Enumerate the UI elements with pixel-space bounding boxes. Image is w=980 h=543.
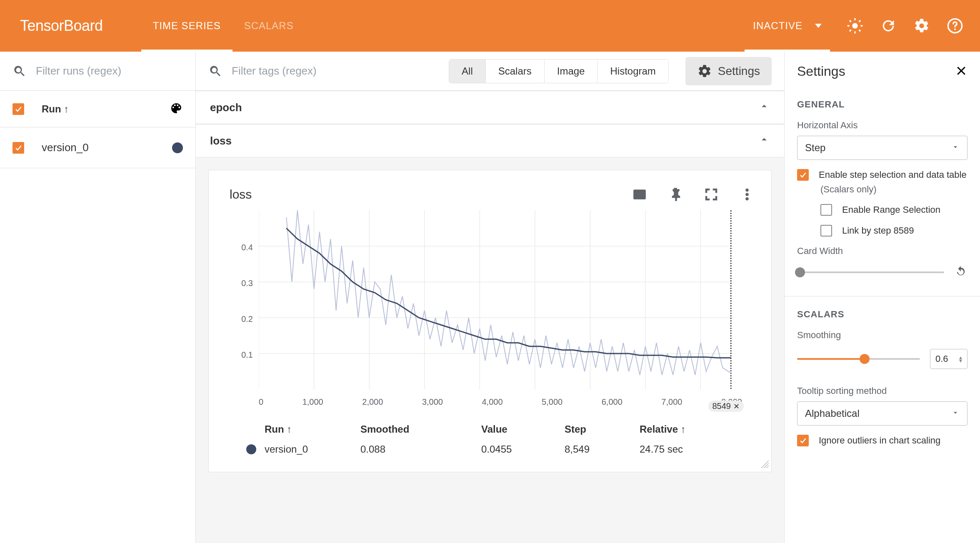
svg-point-0 — [852, 23, 858, 28]
h-axis-value: Step — [805, 142, 825, 154]
fullscreen-icon[interactable] — [704, 187, 719, 202]
smoothing-value: 0.6 — [935, 354, 948, 364]
col-relative[interactable]: Relative ↑ — [640, 423, 715, 435]
svg-point-13 — [746, 189, 748, 192]
table-row: version_0 0.088 0.0455 8,549 24.75 sec — [246, 439, 759, 459]
h-axis-label: Horizontal Axis — [797, 120, 968, 131]
gear-icon — [697, 64, 712, 79]
logo: TensorBoard — [20, 17, 103, 35]
tooltip-select[interactable]: Alphabetical — [797, 401, 968, 426]
x-axis-ticks: 01,0002,0003,0004,0005,0006,0007,0008,00… — [259, 391, 742, 407]
svg-line-7 — [850, 30, 851, 32]
seg-image[interactable]: Image — [545, 60, 598, 83]
run-header-label[interactable]: Run ↑ — [42, 103, 69, 115]
main-toolbar: All Scalars Image Histogram Settings — [196, 52, 784, 91]
tab-time-series[interactable]: TIME SERIES — [141, 0, 232, 52]
more-icon[interactable] — [740, 187, 755, 202]
card-width-slider[interactable] — [797, 272, 944, 273]
col-value[interactable]: Value — [481, 423, 565, 435]
cb-enable-range-label: Enable Range Selection — [842, 204, 940, 215]
h-axis-select[interactable]: Step — [797, 136, 968, 160]
col-step[interactable]: Step — [565, 423, 640, 435]
col-run[interactable]: Run ↑ — [265, 423, 360, 435]
settings-panel: Settings GENERAL Horizontal Axis Step En… — [784, 52, 980, 543]
nav-tabs: TIME SERIES SCALARS — [141, 0, 305, 52]
filter-runs-input[interactable] — [35, 64, 183, 78]
cell-smoothed: 0.088 — [360, 443, 481, 455]
fit-icon[interactable] — [632, 187, 647, 202]
settings-button[interactable]: Settings — [685, 57, 772, 85]
brightness-icon[interactable] — [847, 17, 863, 34]
svg-point-15 — [746, 198, 748, 200]
smoothing-row: 0.6 ▴▾ — [797, 349, 968, 369]
section-epoch-title: epoch — [210, 101, 242, 114]
cb-ignore-outliers[interactable] — [797, 435, 809, 446]
close-icon[interactable] — [955, 65, 968, 78]
scalars-subhead: SCALARS — [797, 309, 968, 320]
seg-all[interactable]: All — [449, 60, 486, 83]
cb-ignore-outliers-label: Ignore outliers in chart scaling — [819, 435, 940, 446]
palette-icon[interactable] — [170, 102, 183, 116]
filter-tags-input[interactable] — [231, 64, 398, 78]
cb-link-step[interactable] — [820, 225, 832, 237]
run-checkbox[interactable] — [12, 142, 24, 154]
cb-enable-step[interactable] — [797, 169, 809, 181]
run-color-dot[interactable] — [172, 142, 183, 153]
close-icon[interactable]: ✕ — [733, 402, 740, 411]
tooltip-value: Alphabetical — [805, 408, 860, 419]
search-icon — [208, 64, 222, 78]
svg-line-6 — [859, 30, 861, 32]
gear-icon[interactable] — [913, 17, 930, 34]
inactive-dropdown-label: INACTIVE — [753, 20, 802, 32]
filter-runs-row — [0, 52, 195, 91]
seg-histogram[interactable]: Histogram — [598, 60, 668, 83]
settings-button-label: Settings — [718, 65, 760, 78]
cb-link-step-label: Link by step 8589 — [842, 225, 914, 236]
cb-link-step-row[interactable]: Link by step 8589 — [820, 225, 968, 237]
runs-sidebar: Run ↑ version_0 — [0, 52, 196, 543]
cell-relative: 24.75 sec — [640, 443, 715, 455]
filter-tags-row — [208, 64, 398, 78]
smoothing-slider[interactable] — [797, 358, 920, 360]
chevron-down-icon — [951, 142, 960, 154]
general-subhead: GENERAL — [797, 99, 968, 110]
seg-scalars[interactable]: Scalars — [486, 60, 545, 83]
cb-enable-range-row[interactable]: Enable Range Selection — [820, 204, 968, 216]
cell-step: 8,549 — [565, 443, 640, 455]
section-loss[interactable]: loss — [196, 124, 784, 157]
refresh-icon[interactable] — [880, 17, 897, 34]
loss-chart[interactable]: 01,0002,0003,0004,0005,0006,0007,0008,00… — [221, 206, 759, 411]
section-epoch[interactable]: epoch — [196, 91, 784, 124]
cb-enable-step-label: Enable step selection and data table — [819, 169, 967, 180]
loss-card: loss 01,0002,0003,0004,0005,0006,0007,00… — [208, 170, 772, 472]
reset-icon[interactable] — [954, 265, 968, 279]
cb-ignore-outliers-row[interactable]: Ignore outliers in chart scaling — [797, 435, 968, 446]
chart-type-segments: All Scalars Image Histogram — [449, 59, 669, 83]
cb-enable-range[interactable] — [820, 204, 832, 216]
main-area: All Scalars Image Histogram Settings epo… — [196, 52, 784, 543]
row-color-dot — [246, 444, 256, 454]
col-smoothed[interactable]: Smoothed — [360, 423, 481, 435]
svg-point-10 — [954, 28, 956, 30]
smoothing-input[interactable]: 0.6 ▴▾ — [930, 349, 968, 369]
resize-handle[interactable] — [760, 460, 769, 469]
tooltip-label: Tooltip sorting method — [797, 386, 968, 396]
cell-run: version_0 — [265, 443, 360, 455]
chevron-down-icon — [815, 24, 822, 28]
chevron-up-icon — [758, 100, 770, 115]
svg-line-8 — [859, 20, 861, 22]
section-loss-title: loss — [210, 135, 232, 147]
run-row[interactable]: version_0 — [0, 127, 195, 168]
tab-scalars[interactable]: SCALARS — [232, 0, 305, 52]
cell-value: 0.0455 — [481, 443, 565, 455]
svg-point-14 — [746, 193, 748, 196]
app-header: TensorBoard TIME SERIES SCALARS INACTIVE — [0, 0, 980, 52]
inactive-dropdown[interactable]: INACTIVE — [745, 0, 830, 52]
help-icon[interactable] — [947, 17, 963, 34]
card-title: loss — [230, 187, 252, 202]
chart-svg — [259, 210, 734, 389]
run-name: version_0 — [42, 141, 89, 154]
all-runs-checkbox[interactable] — [12, 103, 24, 115]
pin-icon[interactable] — [668, 187, 683, 202]
cb-enable-step-row[interactable]: Enable step selection and data table — [797, 169, 968, 181]
